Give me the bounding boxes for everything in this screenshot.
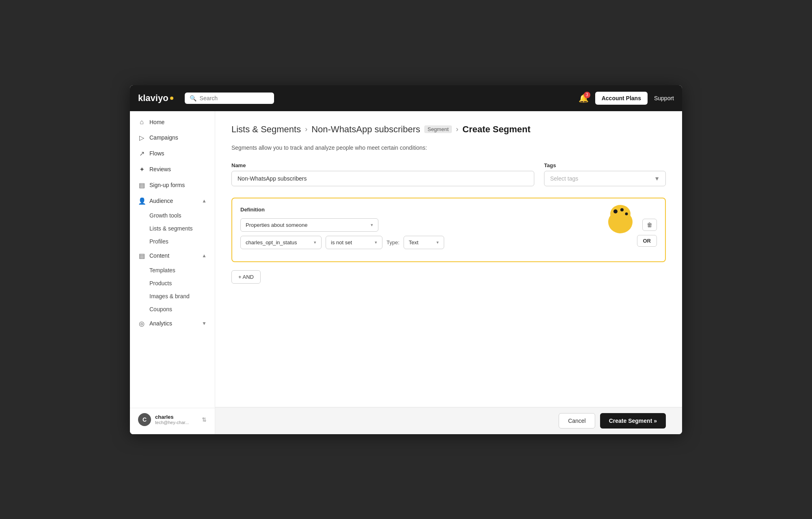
field-select[interactable]: charles_opt_in_status ▾ bbox=[240, 236, 322, 249]
account-plans-button[interactable]: Account Plans bbox=[595, 92, 648, 105]
chevron-up-icon: ▲ bbox=[202, 253, 207, 258]
svg-point-2 bbox=[613, 209, 618, 213]
tags-group: Tags Select tags ▼ bbox=[544, 162, 666, 186]
breadcrumb-current: Create Segment bbox=[462, 124, 531, 135]
reviews-icon: ✦ bbox=[138, 166, 145, 173]
tags-placeholder: Select tags bbox=[550, 175, 578, 182]
chevron-down-icon: ▾ bbox=[436, 240, 439, 245]
user-info: charles tech@hey-char... bbox=[155, 414, 198, 425]
logo-dot bbox=[170, 97, 173, 100]
home-icon: ⌂ bbox=[138, 118, 145, 126]
signup-forms-icon: ▤ bbox=[138, 181, 145, 189]
sidebar-item-label: Home bbox=[149, 119, 164, 125]
svg-point-3 bbox=[620, 208, 624, 211]
sidebar-section-content[interactable]: ▤ Content ▲ bbox=[130, 248, 215, 264]
notification-button[interactable]: 🔔 3 bbox=[579, 93, 589, 103]
tags-select[interactable]: Select tags ▼ bbox=[544, 171, 666, 186]
sidebar-item-flows[interactable]: ↗ Flows bbox=[130, 146, 215, 162]
user-expand-icon: ⇅ bbox=[202, 416, 207, 423]
create-segment-button[interactable]: Create Segment » bbox=[600, 413, 666, 429]
sidebar-item-campaigns[interactable]: ▷ Campaigns bbox=[130, 130, 215, 146]
type-label: Type: bbox=[387, 239, 400, 246]
support-button[interactable]: Support bbox=[654, 95, 674, 101]
campaigns-icon: ▷ bbox=[138, 134, 145, 142]
name-label: Name bbox=[231, 162, 534, 168]
sidebar-item-label: Sign-up forms bbox=[149, 182, 185, 188]
sidebar: ⌂ Home ▷ Campaigns ↗ Flows ✦ Reviews ▤ S… bbox=[130, 111, 215, 434]
or-button[interactable]: OR bbox=[637, 235, 657, 247]
main-content: Lists & Segments › Non-WhatsApp subscrib… bbox=[215, 111, 682, 407]
user-email: tech@hey-char... bbox=[155, 420, 198, 425]
condition-row-properties: Properties about someone ▾ bbox=[240, 218, 657, 232]
sidebar-section-label: Analytics bbox=[149, 320, 172, 327]
delete-button[interactable]: 🗑 bbox=[642, 219, 657, 231]
search-icon: 🔍 bbox=[190, 95, 197, 101]
breadcrumb-lists-segments[interactable]: Lists & Segments bbox=[231, 124, 301, 135]
sidebar-item-profiles[interactable]: Profiles bbox=[130, 235, 215, 248]
chevron-up-icon: ▲ bbox=[202, 198, 207, 204]
sidebar-section-label: Content bbox=[149, 252, 169, 259]
chevron-down-icon: ▾ bbox=[371, 222, 373, 228]
field-value: charles_opt_in_status bbox=[246, 239, 297, 246]
avatar: C bbox=[138, 413, 151, 426]
main-layout: ⌂ Home ▷ Campaigns ↗ Flows ✦ Reviews ▤ S… bbox=[130, 111, 682, 434]
segment-badge: Segment bbox=[424, 125, 452, 133]
sidebar-item-growth-tools[interactable]: Growth tools bbox=[130, 209, 215, 222]
sidebar-item-coupons[interactable]: Coupons bbox=[130, 303, 215, 316]
topnav: klaviyo 🔍 🔔 3 Account Plans Support bbox=[130, 85, 682, 111]
sidebar-section-audience[interactable]: 👤 Audience ▲ bbox=[130, 193, 215, 209]
sidebar-item-lists-segments[interactable]: Lists & segments bbox=[130, 222, 215, 235]
chevron-down-icon: ▼ bbox=[654, 175, 660, 182]
definition-label: Definition bbox=[240, 207, 657, 213]
cancel-button[interactable]: Cancel bbox=[559, 413, 595, 429]
name-group: Name bbox=[231, 162, 534, 186]
condition-row-field: charles_opt_in_status ▾ is not set ▾ Typ… bbox=[240, 236, 657, 249]
sidebar-item-images-brand[interactable]: Images & brand bbox=[130, 290, 215, 303]
chevron-down-icon: ▼ bbox=[202, 321, 207, 326]
sidebar-item-signup-forms[interactable]: ▤ Sign-up forms bbox=[130, 177, 215, 193]
type-value: Text bbox=[409, 239, 419, 246]
sidebar-item-templates[interactable]: Templates bbox=[130, 264, 215, 277]
breadcrumb-segment-name[interactable]: Non-WhatsApp subscribers bbox=[311, 124, 420, 135]
mascot bbox=[604, 202, 637, 235]
content-icon: ▤ bbox=[138, 252, 145, 260]
flows-icon: ↗ bbox=[138, 150, 145, 157]
chevron-down-icon: ▾ bbox=[314, 240, 316, 245]
sidebar-item-products[interactable]: Products bbox=[130, 277, 215, 290]
sidebar-section-analytics[interactable]: ◎ Analytics ▼ bbox=[130, 316, 215, 332]
mascot-svg bbox=[604, 202, 637, 235]
page-description: Segments allow you to track and analyze … bbox=[231, 144, 666, 151]
sidebar-item-home[interactable]: ⌂ Home bbox=[130, 114, 215, 130]
definition-box: Definition Properties about someone ▾ ch… bbox=[231, 198, 666, 262]
operator-select[interactable]: is not set ▾ bbox=[326, 236, 382, 249]
logo: klaviyo bbox=[138, 93, 173, 103]
type-select[interactable]: Text ▾ bbox=[404, 236, 444, 249]
search-bar[interactable]: 🔍 bbox=[185, 93, 274, 104]
operator-value: is not set bbox=[331, 239, 352, 246]
nav-right: 🔔 3 Account Plans Support bbox=[579, 92, 674, 105]
sidebar-item-label: Reviews bbox=[149, 166, 171, 172]
name-input[interactable] bbox=[231, 171, 534, 186]
properties-value: Properties about someone bbox=[246, 222, 307, 228]
sidebar-section-label: Audience bbox=[149, 198, 173, 204]
user-name: charles bbox=[155, 414, 198, 420]
notification-badge: 3 bbox=[584, 92, 590, 98]
breadcrumb-separator-2: › bbox=[456, 125, 458, 134]
and-button[interactable]: + AND bbox=[231, 270, 261, 284]
sidebar-item-label: Flows bbox=[149, 150, 164, 157]
analytics-icon: ◎ bbox=[138, 320, 145, 327]
form-row-name-tags: Name Tags Select tags ▼ bbox=[231, 162, 666, 186]
sidebar-user-footer[interactable]: C charles tech@hey-char... ⇅ bbox=[130, 408, 215, 431]
breadcrumb-separator: › bbox=[305, 125, 307, 134]
svg-point-4 bbox=[625, 212, 628, 215]
footer-bar: Cancel Create Segment » bbox=[215, 407, 682, 434]
breadcrumb: Lists & Segments › Non-WhatsApp subscrib… bbox=[231, 124, 666, 135]
search-input[interactable] bbox=[200, 95, 269, 101]
audience-icon: 👤 bbox=[138, 197, 145, 205]
tags-label: Tags bbox=[544, 162, 666, 168]
sidebar-item-reviews[interactable]: ✦ Reviews bbox=[130, 162, 215, 177]
chevron-down-icon: ▾ bbox=[375, 240, 377, 245]
sidebar-item-label: Campaigns bbox=[149, 134, 178, 141]
properties-select[interactable]: Properties about someone ▾ bbox=[240, 218, 378, 232]
